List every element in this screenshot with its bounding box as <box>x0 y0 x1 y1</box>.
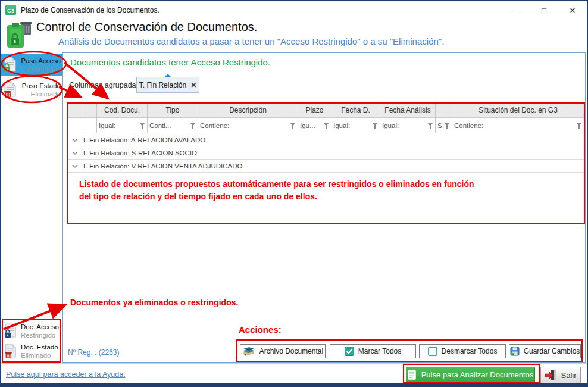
doc-label-line1: Doc. Estado <box>21 343 58 351</box>
group-row-label: T. Fin Relación: V-RELACION VENTA ADJUDI… <box>82 163 242 170</box>
guardar-cambios-button[interactable]: Guardar Cambios <box>509 344 581 358</box>
filter-tipo[interactable]: Conti... <box>148 118 198 133</box>
document-lock-icon <box>4 323 17 339</box>
exit-door-icon <box>545 370 557 381</box>
chip-close-icon[interactable]: ✕ <box>190 81 196 89</box>
column-header-situacion[interactable]: Situación del Doc. en G3 <box>452 103 584 117</box>
tab-label-line2: Eliminado <box>17 90 61 98</box>
svg-text:G3: G3 <box>7 8 14 14</box>
annotation-line: del tipo de relación y del tiempo fijado… <box>79 191 474 203</box>
document-trash-icon <box>3 82 17 98</box>
salir-button[interactable]: Salir <box>540 367 581 383</box>
filter-descripcion[interactable]: Contiene: <box>198 118 298 133</box>
button-label: Salir <box>561 371 576 380</box>
filter-funnel-icon[interactable] <box>190 123 196 129</box>
record-count-value: (2263) <box>99 348 120 357</box>
minimize-button[interactable]: — <box>501 1 530 19</box>
filter-s[interactable]: S <box>436 118 452 133</box>
group-row-socio[interactable]: T. Fin Relación: S-RELACION SOCIO <box>67 146 584 160</box>
g3-app-icon: G3 <box>5 5 16 15</box>
group-row-label: T. Fin Relación: A-RELACION AVALADO <box>82 136 205 143</box>
button-label: Marcar Todos <box>358 347 401 355</box>
sidebar-item-doc-acceso-restringido[interactable]: Doc. Acceso Restringido <box>1 321 61 341</box>
chevron-down-icon[interactable] <box>72 164 78 168</box>
filter-plazo[interactable]: Igu... <box>298 118 331 133</box>
filter-funnel-icon[interactable] <box>576 123 582 129</box>
sort-asc-indicator <box>165 74 171 77</box>
table-header-row: Cod. Docu. Tipo Descripción Plazo Fecha … <box>67 103 584 118</box>
sidebar-item-doc-estado-eliminado[interactable]: Doc. Estado Eliminado <box>1 341 61 361</box>
column-header-plazo[interactable]: Plazo <box>298 103 331 117</box>
document-lock-icon <box>3 57 17 73</box>
grouped-columns-label: Columnas agrupadas <box>69 81 140 89</box>
button-label: Pulse para Analizar Documentos <box>421 370 534 379</box>
column-header-fecha-d[interactable]: Fecha D. <box>331 103 380 117</box>
filter-fecha-analisis[interactable]: Igual: <box>380 118 436 133</box>
doc-label-line1: Doc. Acceso <box>21 323 59 331</box>
filter-fecha-d[interactable]: Igual: <box>331 118 380 133</box>
app-window: G3 Plazo de Conservación de los Document… <box>0 0 588 387</box>
filter-funnel-icon[interactable] <box>323 123 329 129</box>
documents-table: Cod. Docu. Tipo Descripción Plazo Fecha … <box>67 103 584 223</box>
annotation-actions-label: Acciones: <box>239 324 282 335</box>
record-count: Nº Reg. : (2263) <box>68 348 119 357</box>
annotation-done-note: Documentos ya eliminados o restringidos. <box>70 298 238 307</box>
close-button[interactable]: ✕ <box>558 1 587 19</box>
filter-label: Igu... <box>300 122 315 129</box>
group-chip-label: T. Fin Relación <box>139 81 186 89</box>
button-label: Desmarcar Todos <box>442 347 498 355</box>
record-count-label: Nº Reg. : <box>68 348 96 357</box>
column-header[interactable] <box>436 103 452 117</box>
column-header[interactable] <box>82 103 97 117</box>
filter-funnel-icon[interactable] <box>427 123 433 129</box>
marcar-todos-button[interactable]: Marcar Todos <box>330 344 416 358</box>
filter-funnel-icon[interactable] <box>372 123 378 129</box>
checkbox-checked-icon <box>345 347 354 356</box>
filter-cell <box>67 118 82 133</box>
maximize-button[interactable]: □ <box>530 1 558 19</box>
group-chip-t-fin-relacion[interactable]: T. Fin Relación ✕ <box>136 77 199 93</box>
button-label: Archivo Documental <box>259 347 323 355</box>
page-title: Control de Conservación de Documentos. <box>36 20 257 34</box>
checkbox-empty-icon <box>428 347 437 356</box>
filter-label: Igual: <box>99 122 115 129</box>
filter-situacion[interactable]: Contiene: <box>452 118 584 133</box>
page-subtitle: Análisis de Documentos candidatos a pasa… <box>58 36 444 46</box>
trash-icon <box>5 352 12 358</box>
column-header-cod-docu[interactable]: Cod. Docu. <box>97 103 148 117</box>
filter-label: Contiene: <box>200 122 229 129</box>
main-panel: Documentos candidatos tener Acceso Restr… <box>62 52 586 363</box>
doc-label-line2: Restringido <box>21 331 59 339</box>
column-header-tipo[interactable]: Tipo <box>148 103 198 117</box>
column-header[interactable] <box>67 103 82 117</box>
sidebar-item-paso-estado-eliminado[interactable]: Paso Estado Eliminado <box>1 76 62 103</box>
annotation-table-note: Listado de documentos propuestos automát… <box>79 178 474 203</box>
conservation-clipboard-icon <box>6 20 33 49</box>
archivo-documental-button[interactable]: Archivo Documental <box>240 344 326 358</box>
group-row-venta-adjudicado[interactable]: T. Fin Relación: V-RELACION VENTA ADJUDI… <box>67 160 584 173</box>
filter-funnel-icon[interactable] <box>290 123 296 129</box>
tab-label-line1: Paso Acceso <box>17 57 61 65</box>
window-title: Plazo de Conservación de los Documentos. <box>21 6 159 14</box>
app-header: Control de Conservación de Documentos. A… <box>1 19 587 52</box>
doc-label-line2: Eliminado <box>21 351 58 360</box>
chevron-down-icon[interactable] <box>72 151 78 155</box>
filter-label: Conti... <box>149 122 171 129</box>
analizar-documentos-button[interactable]: Pulse para Analizar Documentos <box>406 367 535 383</box>
filter-label: S <box>437 122 442 129</box>
title-bar: G3 Plazo de Conservación de los Document… <box>1 1 587 19</box>
group-row-avalado[interactable]: T. Fin Relación: A-RELACION AVALADO <box>67 133 584 146</box>
filter-label: Contiene: <box>454 122 483 129</box>
sidebar-item-paso-acceso-restringido[interactable]: Paso Acceso Restringido <box>1 54 62 76</box>
document-trash-icon <box>4 344 17 359</box>
group-row-label: T. Fin Relación: S-RELACION SOCIO <box>82 149 197 157</box>
column-header-fecha-analisis[interactable]: Fecha Análisis <box>380 103 436 117</box>
filter-funnel-icon[interactable] <box>444 123 450 129</box>
help-link[interactable]: Pulse aquí para acceder a la Ayuda. <box>6 370 126 379</box>
filter-cod-docu[interactable]: Igual: <box>97 118 148 133</box>
column-header-descripcion[interactable]: Descripción <box>198 103 298 117</box>
filter-funnel-icon[interactable] <box>139 123 145 129</box>
desmarcar-todos-button[interactable]: Desmarcar Todos <box>419 344 506 358</box>
chevron-down-icon[interactable] <box>72 138 78 142</box>
trash-icon <box>4 91 11 98</box>
